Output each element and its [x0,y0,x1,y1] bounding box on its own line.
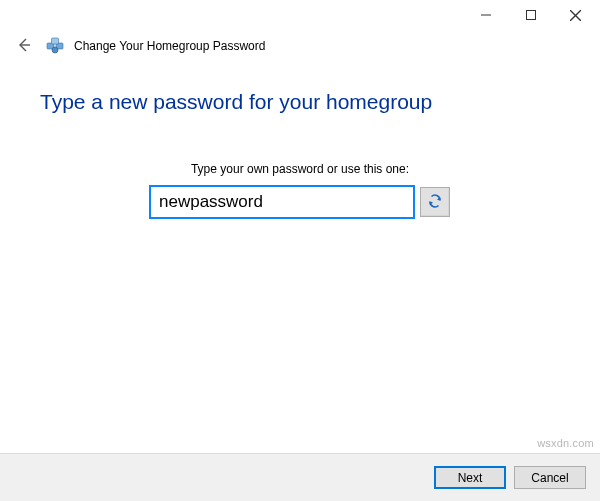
back-button[interactable] [12,34,36,58]
close-icon [570,10,581,21]
next-button-label: Next [458,471,483,485]
password-row [40,186,560,218]
watermark: wsxdn.com [537,437,594,449]
arrow-left-icon [15,36,33,57]
wizard-title: Change Your Homegroup Password [74,39,265,53]
page-headline: Type a new password for your homegroup [40,90,560,114]
minimize-icon [481,10,491,20]
password-prompt: Type your own password or use this one: [40,162,560,176]
homegroup-icon [46,37,64,55]
cancel-button-label: Cancel [531,471,568,485]
svg-rect-7 [52,38,59,44]
wizard-window: Change Your Homegroup Password Type a ne… [0,0,600,501]
refresh-icon [427,193,443,212]
svg-rect-1 [526,11,535,20]
maximize-icon [526,10,536,20]
svg-point-8 [52,47,58,53]
password-input[interactable] [150,186,414,218]
generate-password-button[interactable] [420,187,450,217]
close-button[interactable] [553,1,598,29]
wizard-header: Change Your Homegroup Password [0,30,600,68]
minimize-button[interactable] [463,1,508,29]
maximize-button[interactable] [508,1,553,29]
cancel-button[interactable]: Cancel [514,466,586,489]
next-button[interactable]: Next [434,466,506,489]
wizard-body: Type a new password for your homegroup T… [0,68,600,453]
wizard-footer: Next Cancel [0,453,600,501]
window-titlebar [0,0,600,30]
